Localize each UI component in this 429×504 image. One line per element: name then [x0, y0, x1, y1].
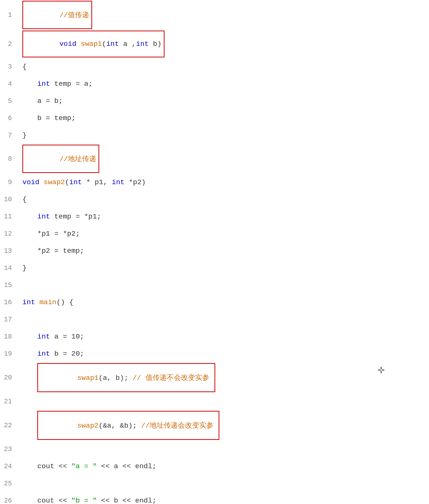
line-number-3: 3 — [0, 59, 19, 75]
line-number-26: 26 — [0, 493, 19, 504]
line-number-25: 25 — [0, 476, 19, 491]
line-content-16: int main() { — [19, 298, 429, 306]
line-number-8: 8 — [0, 145, 19, 173]
line-number-4: 4 — [0, 76, 19, 92]
line-number-16: 16 — [0, 294, 19, 310]
code-line-16: 16 int main() { — [0, 294, 429, 311]
kw-int-11: int — [37, 212, 50, 221]
param-b-2: b) — [149, 40, 162, 48]
stmt-19: b = 20; — [50, 350, 84, 358]
line-number-13: 13 — [0, 243, 19, 259]
code-line-17: 17 — [0, 311, 429, 328]
funcname-swap2-22: swap2 — [77, 422, 98, 430]
brace-close-7: } — [22, 131, 26, 139]
code-line-12: 12 *p1 = *p2; — [0, 225, 429, 242]
line-content-22: swap2(&a, &b); //地址传递会改变实参 — [19, 411, 429, 440]
kw-int-9a: int — [69, 178, 82, 186]
code-line-11: 11 int temp = *p1; — [0, 208, 429, 225]
code-line-4: 4 int temp = a; — [0, 75, 429, 92]
stmt-cout-26b: << b << endl; — [97, 497, 157, 504]
brace-close-14: } — [22, 264, 26, 272]
code-line-1: 1 //值传递 — [0, 0, 429, 30]
stmt-5: a = b; — [37, 97, 63, 105]
line-number-22: 22 — [0, 411, 19, 440]
code-line-5: 5 a = b; — [0, 92, 429, 110]
funcname-swap1-20: swap1 — [77, 374, 98, 382]
line-content-24: cout << "a = " << a << endl; — [19, 462, 429, 470]
line-number-23: 23 — [0, 441, 19, 457]
code-line-21: 21 — [0, 393, 429, 410]
line-content-18: int a = 10; — [19, 333, 429, 341]
call-box-22: swap2(&a, &b); //地址传递会改变实参 — [37, 411, 219, 440]
kw-int-18: int — [37, 333, 50, 341]
params-2: ( — [102, 40, 106, 48]
args-22: (&a, &b); — [98, 422, 141, 430]
code-line-10: 10 { — [0, 191, 429, 208]
line-number-12: 12 — [0, 226, 19, 242]
line-content-5: a = b; — [19, 97, 429, 105]
string-26: "b = " — [71, 497, 97, 504]
code-line-6: 6 b = temp; — [0, 110, 429, 127]
code-line-20: 20 swap1(a, b); // 值传递不会改变实参 ⊹ — [0, 362, 429, 393]
line-number-5: 5 — [0, 93, 19, 109]
string-24: "a = " — [71, 462, 97, 470]
kw-int-16: int — [22, 298, 35, 306]
kw-void-9: void — [22, 178, 44, 186]
stmt-4: temp = a; — [50, 80, 93, 88]
line-content-8: //地址传递 — [19, 145, 429, 173]
code-line-19: 19 int b = 20; — [0, 345, 429, 362]
code-line-23: 23 — [0, 441, 429, 458]
line-number-1: 1 — [0, 1, 19, 29]
line-content-19: int b = 20; — [19, 350, 429, 358]
line-content-7: } — [19, 131, 429, 139]
stmt-11: temp = *p1; — [50, 212, 101, 221]
code-line-18: 18 int a = 10; — [0, 328, 429, 345]
line-number-15: 15 — [0, 277, 19, 293]
line-number-21: 21 — [0, 394, 19, 409]
line-number-18: 18 — [0, 329, 19, 344]
call-box-20: swap1(a, b); // 值传递不会改变实参 — [37, 363, 215, 392]
line-number-9: 9 — [0, 174, 19, 190]
line-content-6: b = temp; — [19, 114, 429, 122]
code-line-26: 26 cout << "b = " << b << endl; — [0, 492, 429, 504]
args-20: (a, b); — [98, 374, 132, 382]
code-line-13: 13 *p2 = temp; — [0, 242, 429, 259]
stmt-cout-24a: cout << — [37, 462, 71, 470]
funcname-main-16: main — [40, 298, 57, 306]
funcname-9: swap2 — [44, 178, 65, 186]
code-line-22: 22 swap2(&a, &b); //地址传递会改变实参 — [0, 410, 429, 441]
kw-int-9b: int — [112, 178, 124, 186]
line-content-3: { — [19, 63, 429, 71]
kw-int-2a: int — [106, 40, 119, 48]
line-number-6: 6 — [0, 110, 19, 126]
line-number-17: 17 — [0, 312, 19, 327]
line-content-12: *p1 = *p2; — [19, 230, 429, 238]
line-content-26: cout << "b = " << b << endl; — [19, 497, 429, 504]
code-container: 1 //值传递 2 void swap1(int a ,int b) 3 { 4… — [0, 0, 429, 504]
param-a-2: a , — [119, 40, 136, 48]
line-number-19: 19 — [0, 346, 19, 362]
space-16 — [35, 298, 39, 306]
stmt-6: b = temp; — [37, 114, 76, 122]
params-9: ( — [65, 178, 69, 186]
line-content-4: int temp = a; — [19, 80, 429, 88]
param-p1-9: * p1, — [82, 178, 112, 186]
line-content-20: swap1(a, b); // 值传递不会改变实参 — [19, 363, 429, 392]
kw-int-2b: int — [136, 40, 148, 48]
code-line-2: 2 void swap1(int a ,int b) — [0, 30, 429, 58]
comment-20: // 值传递不会改变实参 — [132, 374, 209, 382]
param-p2-9: *p2) — [125, 178, 146, 186]
line-number-20: 20 — [0, 363, 19, 392]
kw-int-4: int — [37, 80, 50, 88]
line-content-14: } — [19, 264, 429, 272]
line-content-9: void swap2(int * p1, int *p2) — [19, 178, 429, 186]
code-line-3: 3 { — [0, 58, 429, 75]
stmt-cout-26a: cout << — [37, 497, 71, 504]
comment-text-1: //值传递 — [59, 11, 89, 19]
code-line-25: 25 — [0, 475, 429, 492]
line-content-13: *p2 = temp; — [19, 247, 429, 255]
code-line-8: 8 //地址传递 — [0, 144, 429, 174]
line-content-2: void swap1(int a ,int b) — [19, 31, 429, 57]
kw-int-19: int — [37, 350, 50, 358]
brace-open-3: { — [22, 63, 26, 71]
